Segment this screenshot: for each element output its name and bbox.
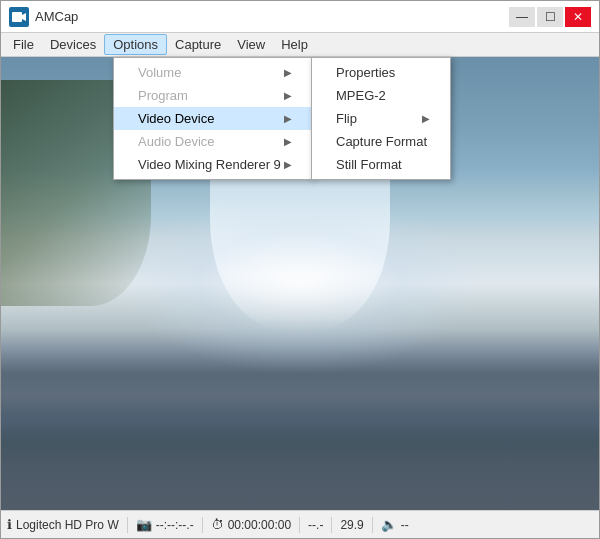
submenu-arrow-flip: ▶ <box>422 113 430 124</box>
titlebar-left: AMCap <box>9 7 78 27</box>
status-volume: 🔈 -- <box>381 517 409 532</box>
menu-file[interactable]: File <box>5 35 42 54</box>
bg-waterfall-spray <box>121 193 480 374</box>
status-stat1: --.- <box>308 518 323 532</box>
status-camera-icon-section: 📷 --:--:--.- <box>136 517 194 532</box>
fps-value: 29.9 <box>340 518 363 532</box>
status-device: ℹ Logitech HD Pro W <box>7 517 119 532</box>
timer-icon: ⏱ <box>211 517 224 532</box>
menu-help[interactable]: Help <box>273 35 316 54</box>
menu-item-program[interactable]: Program ▶ <box>114 84 312 107</box>
status-divider-1 <box>127 517 128 533</box>
menu-devices[interactable]: Devices <box>42 35 104 54</box>
menu-item-capture-format[interactable]: Capture Format <box>312 130 450 153</box>
restore-button[interactable]: ☐ <box>537 7 563 27</box>
minimize-button[interactable]: — <box>509 7 535 27</box>
submenu-arrow-video-device: ▶ <box>284 113 292 124</box>
video-device-submenu: Properties MPEG-2 Flip ▶ Capture Format … <box>311 57 451 180</box>
close-button[interactable]: ✕ <box>565 7 591 27</box>
menu-item-properties[interactable]: Properties <box>312 61 450 84</box>
svg-marker-1 <box>22 13 26 21</box>
titlebar: AMCap — ☐ ✕ <box>1 1 599 33</box>
stat2-value: -- <box>401 518 409 532</box>
menu-item-flip[interactable]: Flip ▶ <box>312 107 450 130</box>
status-timer: ⏱ 00:00:00:00 <box>211 517 291 532</box>
menu-item-mpeg2[interactable]: MPEG-2 <box>312 84 450 107</box>
status-fps: 29.9 <box>340 518 363 532</box>
submenu-arrow-volume: ▶ <box>284 67 292 78</box>
options-dropdown: Volume ▶ Program ▶ Video Device ▶ Audio … <box>113 57 313 180</box>
window-title: AMCap <box>35 9 78 24</box>
svg-rect-0 <box>12 12 22 22</box>
status-divider-5 <box>372 517 373 533</box>
status-divider-3 <box>299 517 300 533</box>
menu-item-video-device[interactable]: Video Device ▶ <box>114 107 312 130</box>
menu-item-vmr9[interactable]: Video Mixing Renderer 9 ▶ <box>114 153 312 176</box>
titlebar-controls: — ☐ ✕ <box>509 7 591 27</box>
submenu-arrow-vmr9: ▶ <box>284 159 292 170</box>
app-icon <box>9 7 29 27</box>
bg-rocks <box>1 351 599 510</box>
menu-item-audio-device[interactable]: Audio Device ▶ <box>114 130 312 153</box>
rec-time: --:--:--.- <box>156 518 194 532</box>
status-divider-2 <box>202 517 203 533</box>
device-name: Logitech HD Pro W <box>16 518 119 532</box>
submenu-arrow-program: ▶ <box>284 90 292 101</box>
duration: 00:00:00:00 <box>228 518 291 532</box>
stat1-value: --.- <box>308 518 323 532</box>
menu-item-volume[interactable]: Volume ▶ <box>114 61 312 84</box>
menu-capture[interactable]: Capture <box>167 35 229 54</box>
speaker-icon: 🔈 <box>381 517 397 532</box>
status-divider-4 <box>331 517 332 533</box>
app-window: AMCap — ☐ ✕ File Devices Options Capture… <box>0 0 600 539</box>
submenu-arrow-audio-device: ▶ <box>284 136 292 147</box>
menubar: File Devices Options Capture View Help V… <box>1 33 599 57</box>
statusbar: ℹ Logitech HD Pro W 📷 --:--:--.- ⏱ 00:00… <box>1 510 599 538</box>
camera-icon: 📷 <box>136 517 152 532</box>
info-icon: ℹ <box>7 517 12 532</box>
menu-view[interactable]: View <box>229 35 273 54</box>
menu-item-still-format[interactable]: Still Format <box>312 153 450 176</box>
menu-options[interactable]: Options <box>104 34 167 55</box>
